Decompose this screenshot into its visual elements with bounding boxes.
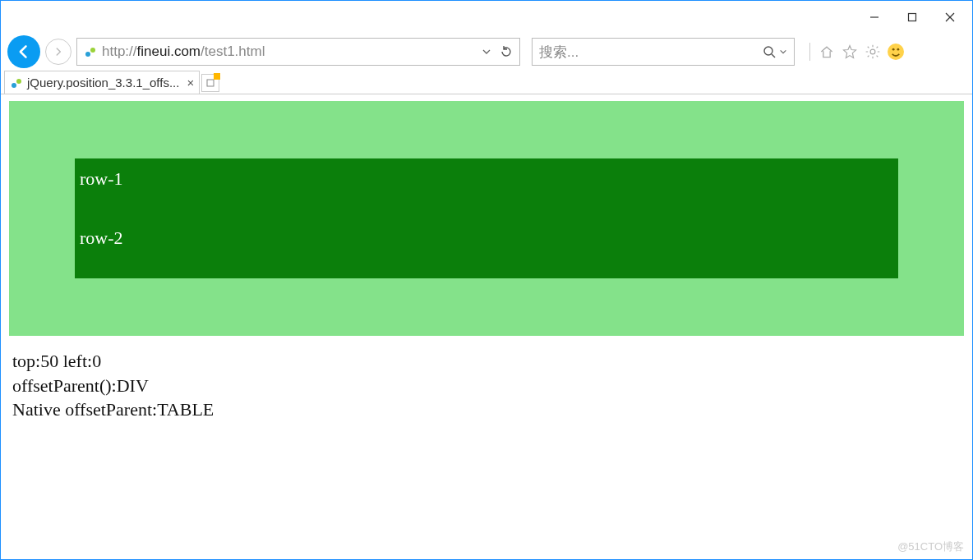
outer-container: row-1 row-2 — [9, 101, 964, 336]
refresh-icon[interactable] — [500, 45, 513, 58]
minimize-button[interactable] — [855, 4, 893, 30]
tab-favicon-icon — [10, 76, 23, 90]
back-button[interactable] — [7, 35, 40, 68]
inner-table: row-1 row-2 — [75, 158, 898, 278]
svg-point-8 — [870, 49, 875, 54]
settings-gear-icon[interactable] — [865, 44, 881, 60]
search-icon[interactable] — [763, 45, 776, 58]
page-viewport: row-1 row-2 top:50 left:0 offsetParent()… — [1, 101, 972, 422]
tab-active[interactable]: jQuery.position_3.3.1_offs... × — [4, 71, 200, 94]
home-icon[interactable] — [819, 44, 835, 60]
site-favicon-icon — [84, 45, 97, 58]
close-window-button[interactable] — [931, 4, 969, 30]
svg-point-9 — [892, 48, 895, 51]
favorites-star-icon[interactable] — [842, 44, 858, 60]
svg-point-12 — [16, 79, 21, 84]
maximize-button[interactable] — [893, 4, 931, 30]
dropdown-icon[interactable] — [482, 47, 491, 57]
toolbar-icons — [808, 43, 904, 61]
svg-rect-1 — [909, 14, 916, 21]
tab-close-icon[interactable]: × — [187, 76, 194, 90]
search-box[interactable]: 搜索... — [532, 38, 795, 66]
table-row: row-2 — [75, 223, 898, 254]
new-tab-button[interactable] — [201, 74, 219, 92]
table-row: row-1 — [75, 163, 898, 195]
tab-title: jQuery.position_3.3.1_offs... — [27, 76, 179, 90]
svg-line-7 — [772, 54, 775, 57]
svg-point-10 — [897, 48, 899, 51]
svg-rect-13 — [207, 80, 214, 86]
result-line: offsetParent():DIV — [12, 374, 961, 398]
forward-button[interactable] — [45, 39, 71, 65]
svg-point-4 — [85, 52, 90, 57]
svg-point-6 — [764, 47, 772, 55]
feedback-smile-icon[interactable] — [888, 44, 904, 60]
window-titlebar — [1, 1, 972, 34]
watermark: @51CTO博客 — [897, 539, 964, 554]
address-bar[interactable]: http://fineui.com/test1.html — [76, 38, 520, 66]
tab-bar: jQuery.position_3.3.1_offs... × — [1, 70, 972, 94]
svg-point-11 — [12, 83, 16, 88]
svg-point-5 — [90, 48, 95, 53]
search-placeholder: 搜索... — [539, 43, 579, 62]
result-line: top:50 left:0 — [12, 349, 961, 374]
results-block: top:50 left:0 offsetParent():DIV Native … — [12, 349, 961, 422]
result-line: Native offsetParent:TABLE — [12, 397, 961, 422]
search-dropdown-icon[interactable] — [779, 48, 787, 56]
url-text: http://fineui.com/test1.html — [102, 44, 477, 60]
browser-toolbar: http://fineui.com/test1.html 搜索... — [1, 34, 972, 70]
